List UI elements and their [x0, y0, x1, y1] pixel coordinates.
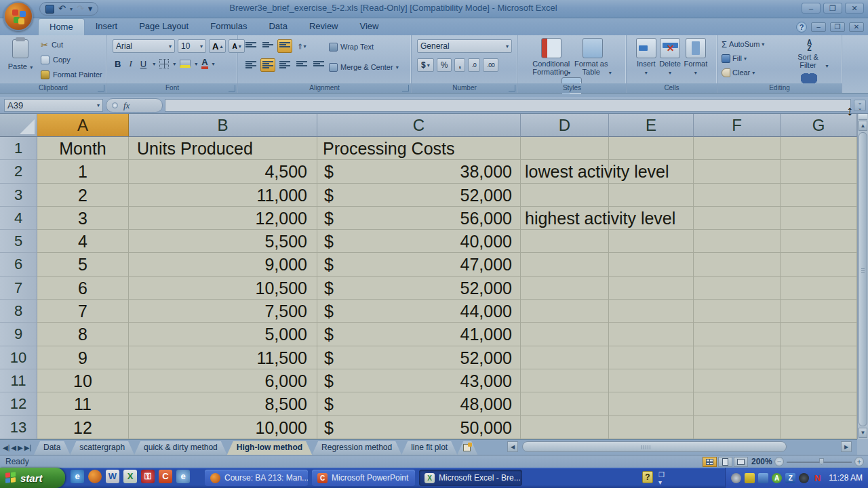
conditional-formatting-button[interactable]: Conditional Formatting▾ — [532, 37, 570, 76]
restore-button[interactable]: ❐ — [823, 3, 842, 14]
row-header[interactable]: 6 — [0, 253, 37, 276]
cell-empty[interactable] — [694, 160, 781, 183]
format-painter-button[interactable]: Format Painter — [41, 68, 102, 81]
agent-tray-icon[interactable]: A — [772, 473, 782, 483]
prev-sheet-icon[interactable]: ◀ — [11, 444, 16, 451]
cell-month[interactable]: 1 — [37, 160, 129, 183]
cell-empty[interactable] — [694, 253, 781, 276]
cell-month[interactable]: 6 — [37, 277, 129, 300]
row-header[interactable]: 8 — [0, 300, 37, 323]
first-sheet-icon[interactable]: ◀| — [3, 444, 9, 451]
last-sheet-icon[interactable]: ▶| — [24, 444, 31, 451]
insert-worksheet-tab[interactable] — [457, 441, 477, 455]
cell-month[interactable]: 10 — [37, 369, 129, 392]
hand-tray-icon[interactable] — [745, 473, 755, 483]
cell-units[interactable]: 4,500 — [129, 160, 317, 183]
row-header[interactable]: 10 — [0, 346, 37, 369]
fill-color-icon[interactable] — [180, 60, 191, 68]
cell-units[interactable]: 9,000 — [129, 253, 317, 276]
cell-note[interactable] — [521, 369, 609, 392]
orientation-button[interactable]: ⇗▾ — [294, 39, 309, 53]
cell-empty[interactable] — [694, 207, 781, 230]
restore-small-icon[interactable]: ❐▾ — [658, 471, 665, 486]
cell-month[interactable]: 4 — [37, 230, 129, 253]
z-tray-icon[interactable]: Z — [785, 473, 795, 483]
page-layout-view-button[interactable] — [718, 457, 732, 467]
cell-cost[interactable]: $52,000 — [317, 277, 521, 300]
cell-cost[interactable]: $43,000 — [317, 369, 521, 392]
font-color-icon[interactable]: A — [201, 58, 208, 69]
sort-filter-button[interactable]: AZ Sort & Filter▾ — [790, 38, 828, 69]
align-right-button[interactable] — [277, 58, 292, 72]
horizontal-scrollbar[interactable]: ◀ ▶ — [507, 441, 846, 453]
decrease-indent-button[interactable] — [294, 58, 309, 72]
column-header-c[interactable]: C — [317, 114, 521, 137]
vertical-scroll-thumb[interactable] — [859, 132, 867, 426]
tab-page-layout[interactable]: Page Layout — [128, 18, 199, 35]
font-family-select[interactable]: Arial▾ — [113, 39, 175, 53]
align-bottom-button[interactable] — [277, 39, 292, 53]
row-header[interactable]: 7 — [0, 277, 37, 300]
number-format-select[interactable]: General▾ — [417, 39, 512, 53]
row-header[interactable]: 1 — [0, 137, 37, 160]
cell-empty[interactable] — [781, 300, 857, 323]
comma-style-button[interactable]: , — [454, 58, 465, 72]
cell-note[interactable]: highest activity level — [521, 207, 609, 230]
sheet-tab-scattergraph[interactable]: scattergraph — [70, 441, 134, 455]
scroll-left-icon[interactable]: ◀ — [507, 441, 518, 452]
formula-input[interactable] — [165, 99, 851, 112]
align-top-button[interactable] — [243, 39, 258, 53]
horizontal-scroll-thumb[interactable] — [522, 441, 787, 452]
sheet-tab-line-fit[interactable]: line fit plot — [401, 441, 457, 455]
cell-empty[interactable] — [609, 300, 694, 323]
cell-empty[interactable] — [781, 369, 857, 392]
zoom-out-icon[interactable]: − — [774, 457, 784, 466]
cell-empty[interactable] — [609, 346, 694, 369]
word-icon[interactable]: W — [106, 470, 119, 483]
cell-cost[interactable]: $48,000 — [317, 392, 521, 415]
task-firefox[interactable]: Course: BA 213: Man... — [205, 470, 308, 486]
help-icon[interactable]: ? — [796, 22, 807, 33]
task-excel[interactable]: X Microsoft Excel - Bre... — [419, 470, 522, 486]
tools-tray-icon[interactable] — [758, 473, 768, 483]
firefox-icon[interactable] — [88, 470, 102, 483]
n-tray-icon[interactable]: N — [812, 473, 823, 483]
zoom-level[interactable]: 200% — [751, 457, 772, 466]
workbook-minimize-button[interactable]: – — [811, 22, 826, 32]
cell-note[interactable] — [521, 323, 609, 346]
cell-cost[interactable]: $47,000 — [317, 253, 521, 276]
office-button[interactable] — [3, 1, 33, 31]
row-header[interactable]: 11 — [0, 369, 37, 392]
cell-units[interactable]: 11,000 — [129, 184, 317, 207]
cell-empty[interactable] — [694, 137, 781, 160]
zoom-slider[interactable]: − + — [774, 456, 864, 467]
internet-explorer-icon[interactable]: e — [71, 470, 84, 483]
merge-center-button[interactable]: Merge & Center ▾ — [329, 60, 399, 75]
cell-empty[interactable] — [609, 277, 694, 300]
format-as-table-button[interactable]: Format as Table▾ — [574, 37, 612, 76]
cell-empty[interactable] — [694, 230, 781, 253]
cell-cost[interactable]: $56,000 — [317, 207, 521, 230]
cell-empty[interactable] — [781, 416, 857, 439]
clear-button[interactable]: Clear▾ — [722, 66, 764, 79]
tab-data[interactable]: Data — [258, 18, 298, 35]
cell-note[interactable] — [521, 277, 609, 300]
cell-empty[interactable] — [609, 323, 694, 346]
cell-empty[interactable] — [781, 160, 857, 183]
cell-note[interactable] — [521, 346, 609, 369]
powerpoint-icon[interactable]: C — [159, 470, 172, 483]
tab-formulas[interactable]: Formulas — [199, 18, 258, 35]
align-middle-button[interactable] — [260, 39, 275, 53]
column-header-b[interactable]: B — [129, 114, 317, 137]
cell-costs-header[interactable]: Processing Costs — [317, 137, 521, 160]
increase-indent-button[interactable] — [311, 58, 326, 72]
sheet-tab-quick-dirty[interactable]: quick & dirty method — [134, 441, 227, 455]
font-dialog-launcher-icon[interactable] — [229, 85, 235, 92]
sheet-tab-high-low[interactable]: High-low method — [227, 441, 312, 455]
clipboard-dialog-launcher-icon[interactable] — [98, 85, 104, 92]
tab-home[interactable]: Home — [38, 18, 85, 35]
cell-empty[interactable] — [609, 392, 694, 415]
key-icon[interactable]: ⚿ — [141, 470, 155, 483]
cell-empty[interactable] — [521, 137, 609, 160]
cell-month[interactable]: 8 — [37, 323, 129, 346]
